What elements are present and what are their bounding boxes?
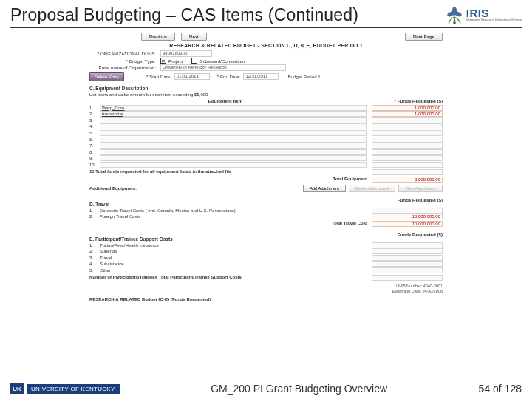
equipment-amount-field[interactable]: [372, 117, 443, 123]
equipment-amount-field[interactable]: [372, 137, 443, 143]
travel-amount-field[interactable]: 10,000,000.00: [372, 214, 443, 219]
total-travel-label: Total Travel Cost: [332, 221, 367, 227]
budget-period-label: Budget Period 1: [287, 74, 320, 79]
section-d-header: D. Travel: [89, 202, 361, 207]
section-c-header: C. Equipment Description: [89, 86, 443, 91]
header-rule: [10, 27, 522, 28]
equipment-row: 8.: [89, 149, 443, 155]
equipment-item-field[interactable]: transporter: [100, 111, 367, 117]
subaward-checkbox[interactable]: Subaward/Consortium: [191, 58, 245, 64]
omb-number: OMB Number: 4040-0001: [89, 284, 443, 289]
equipment-amount-field[interactable]: [372, 149, 443, 155]
total-equipment-label: Total Equipment: [332, 177, 367, 183]
delete-entry-button[interactable]: Delete Entry: [89, 72, 124, 81]
previous-button[interactable]: Previous: [141, 33, 175, 41]
equipment-amount-field[interactable]: 1,000,000.00: [372, 105, 443, 111]
page-title: Proposal Budgeting – CAS Items (Continue…: [10, 5, 358, 25]
participant-row-label: Travel: [100, 256, 367, 260]
budget-form: Previous Next Print Page RESEARCH & RELA…: [89, 33, 443, 301]
equipment-item-field[interactable]: [100, 123, 367, 129]
travel-row: 2.Foreign Travel Costs10,000,000.00: [89, 214, 443, 219]
equipment-amount-field[interactable]: [372, 130, 443, 136]
total-line-11: 11 Total funds requested for all equipme…: [89, 169, 372, 175]
participant-amount-field[interactable]: [372, 261, 443, 267]
row-number: 2.: [89, 249, 100, 253]
org-name-label: Enter name of Organization:: [89, 65, 160, 70]
equipment-amount-field[interactable]: [372, 155, 443, 161]
org-duns-field[interactable]: 9400180900: [160, 50, 212, 57]
print-page-button[interactable]: Print Page: [405, 33, 443, 41]
start-date-label: Start Date:: [146, 74, 171, 79]
row-number: 1.: [89, 106, 100, 110]
project-checkbox-label: Project: [168, 58, 183, 64]
equipment-item-field[interactable]: [100, 149, 367, 155]
add-attachment-button[interactable]: Add Attachment: [303, 185, 346, 192]
participant-amount-field[interactable]: [372, 255, 443, 261]
total-travel-value: 10,000,000.00: [372, 221, 443, 227]
section-d-funds-col: Funds Requested ($): [361, 197, 443, 207]
uk-label: UNIVERSITY OF KENTUCKY: [27, 384, 120, 394]
participant-amount-field[interactable]: [372, 248, 443, 254]
travel-row-label: Domestic Travel Costs ( Incl. Canada, Me…: [100, 208, 367, 213]
view-attachment-button[interactable]: View Attachment: [398, 185, 443, 192]
equipment-item-field[interactable]: [100, 162, 367, 168]
equipment-item-field[interactable]: [100, 117, 367, 123]
row-number: 9.: [89, 156, 100, 160]
equipment-amount-field[interactable]: 1,000,000.00: [372, 111, 443, 117]
travel-row: 1.Domestic Travel Costs ( Incl. Canada, …: [89, 208, 443, 214]
funds-requested-col: * Funds Requested ($): [361, 98, 443, 103]
participants-total-value: [372, 275, 443, 281]
row-number: 5.: [89, 131, 100, 135]
equipment-item-field[interactable]: [100, 155, 367, 161]
equipment-amount-field[interactable]: [372, 162, 443, 168]
row-number: 8.: [89, 150, 100, 154]
subaward-checkbox-label: Subaward/Consortium: [200, 58, 245, 64]
row-number: 1.: [89, 243, 100, 248]
row-number: 5.: [89, 268, 100, 273]
equipment-row: 1.Warp_Core1,000,000.00: [89, 105, 443, 111]
end-date-field[interactable]: 12/31/2011: [243, 73, 279, 80]
budget-type-label: Budget Type:: [89, 58, 160, 64]
equipment-amount-field[interactable]: [372, 123, 443, 129]
equipment-row: 9.: [89, 155, 443, 161]
project-checkbox[interactable]: ✕Project: [160, 58, 183, 64]
participant-row: 3.Travel: [89, 255, 443, 261]
start-date-field[interactable]: 01/01/2011: [174, 73, 210, 80]
participant-row-label: Subsistence: [100, 262, 367, 266]
equipment-amount-field[interactable]: [372, 143, 443, 149]
row-number: 6.: [89, 137, 100, 142]
row-number: 4.: [89, 262, 100, 266]
equipment-item-field[interactable]: [100, 143, 367, 149]
participant-row-label: Other: [100, 268, 367, 273]
equipment-row: 5.: [89, 130, 443, 136]
form-number: RESEARCH & RELATED Budget {C-E} (Funds R…: [89, 297, 443, 301]
form-title: RESEARCH & RELATED BUDGET - SECTION C, D…: [89, 43, 443, 48]
section-e-header: E. Participant/Trainee Support Costs: [89, 236, 361, 242]
iris-logo-text: IRIS: [466, 7, 522, 18]
row-number: 10.: [89, 163, 100, 167]
org-name-field[interactable]: University of Kentucky Research: [160, 64, 286, 71]
participant-row-label: Stipends: [100, 249, 367, 253]
total-equipment-value: 2,000,000.00: [372, 177, 443, 183]
iris-logo: IRIS Integrated Resource Information Sys…: [445, 4, 522, 25]
participants-footer-line: Number of Participants/Trainees Total Pa…: [89, 275, 372, 281]
travel-amount-field[interactable]: [372, 208, 443, 214]
row-number: 2.: [89, 112, 100, 116]
next-button[interactable]: Next: [181, 33, 207, 41]
equipment-row: 10.: [89, 162, 443, 168]
equipment-item-field[interactable]: Warp_Core: [100, 105, 367, 111]
participant-amount-field[interactable]: [372, 242, 443, 248]
equipment-item-field[interactable]: [100, 130, 367, 136]
row-number: 7.: [89, 143, 100, 148]
participant-row-label: Tuition/Fees/Health Insurance: [100, 243, 367, 248]
row-number: 3.: [89, 118, 100, 123]
equipment-item-field[interactable]: [100, 137, 367, 143]
additional-equipment-label: Additional Equipment:: [89, 186, 137, 191]
participant-row: 1.Tuition/Fees/Health Insurance: [89, 242, 443, 248]
delete-attachment-button[interactable]: Delete Attachment: [349, 185, 396, 192]
participant-row: 4.Subsistence: [89, 261, 443, 267]
row-number: 1.: [89, 208, 100, 213]
participant-amount-field[interactable]: [372, 267, 443, 273]
row-number: 3.: [89, 256, 100, 260]
equipment-row: 6.: [89, 137, 443, 143]
